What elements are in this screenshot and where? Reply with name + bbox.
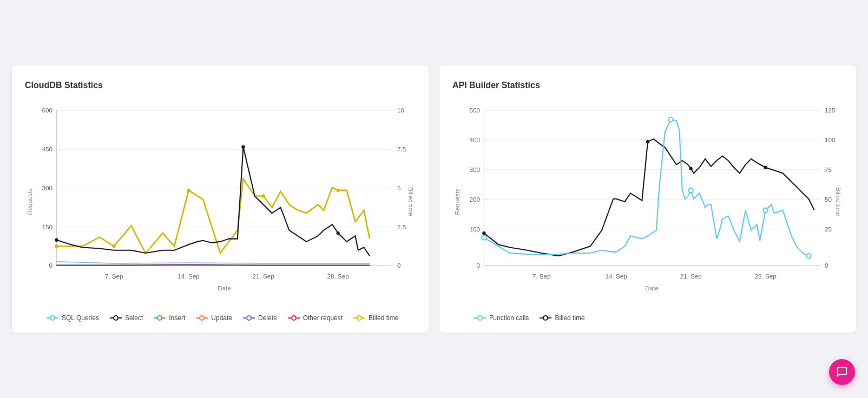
svg-text:Requests: Requests <box>453 188 461 215</box>
legend-select: Select <box>110 314 143 322</box>
svg-point-85 <box>543 316 548 320</box>
svg-text:25: 25 <box>825 225 832 233</box>
svg-text:50: 50 <box>825 196 832 203</box>
svg-text:0: 0 <box>476 262 480 269</box>
svg-point-31 <box>336 231 339 235</box>
svg-text:Date: Date <box>218 284 231 291</box>
svg-point-37 <box>157 316 162 320</box>
svg-text:28. Sep: 28. Sep <box>327 273 349 280</box>
apibuilder-legend: Function calls Billed time <box>452 314 843 322</box>
legend-delete-label: Delete <box>258 314 277 322</box>
svg-point-78 <box>668 117 673 122</box>
svg-text:400: 400 <box>470 136 481 143</box>
legend-insert-label: Insert <box>169 314 185 322</box>
svg-text:0: 0 <box>49 262 52 269</box>
apibuilder-title: API Builder Statistics <box>452 81 843 90</box>
svg-text:10: 10 <box>397 107 405 114</box>
svg-text:200: 200 <box>470 196 481 203</box>
svg-point-33 <box>50 316 55 320</box>
legend-function-calls-label: Function calls <box>489 314 529 322</box>
svg-point-76 <box>764 166 767 169</box>
svg-text:2.5: 2.5 <box>397 223 406 230</box>
legend-update-label: Update <box>211 314 232 322</box>
chat-icon <box>836 366 848 378</box>
svg-point-73 <box>482 231 485 235</box>
svg-text:450: 450 <box>42 145 53 152</box>
legend-sql-queries-label: SQL Queries <box>62 314 99 322</box>
svg-text:Date: Date <box>645 284 659 291</box>
legend-billed-time-api: Billed time <box>540 314 584 322</box>
apibuilder-card: API Builder Statistics 500 400 300 200 1… <box>439 65 856 333</box>
clouddb-title: CloudDB Statistics <box>25 81 416 90</box>
svg-text:Requests: Requests <box>26 188 33 215</box>
legend-function-calls: Function calls <box>474 314 529 322</box>
svg-text:300: 300 <box>470 166 481 173</box>
svg-text:0: 0 <box>397 262 401 269</box>
apibuilder-chart: 500 400 300 200 100 0 125 100 75 50 25 0… <box>452 99 843 304</box>
sql-queries-line <box>56 262 370 263</box>
svg-text:14. Sep: 14. Sep <box>606 273 627 280</box>
clouddb-chart-container: 600 450 300 150 0 10 7.5 5 2.5 0 Request… <box>25 99 416 307</box>
chat-button[interactable] <box>829 359 855 385</box>
legend-sql-queries: SQL Queries <box>47 314 99 322</box>
svg-text:21. Sep: 21. Sep <box>680 273 702 280</box>
svg-point-39 <box>200 316 204 320</box>
svg-text:Billed time: Billed time <box>835 187 842 216</box>
svg-point-41 <box>247 316 251 320</box>
svg-point-83 <box>478 316 482 320</box>
svg-point-24 <box>55 244 58 248</box>
svg-text:14. Sep: 14. Sep <box>178 273 200 280</box>
svg-text:5: 5 <box>397 184 400 191</box>
legend-other-request-label: Other request <box>303 314 343 322</box>
svg-point-45 <box>357 316 361 320</box>
legend-billed-time-api-label: Billed time <box>555 314 584 322</box>
svg-point-75 <box>689 167 692 170</box>
svg-point-27 <box>261 194 265 197</box>
legend-other-request: Other request <box>288 314 343 322</box>
legend-update: Update <box>196 314 232 322</box>
svg-point-30 <box>241 145 245 149</box>
svg-point-43 <box>292 316 296 320</box>
clouddb-card: CloudDB Statistics 600 450 300 150 0 10 … <box>12 65 429 333</box>
svg-text:7.5: 7.5 <box>397 145 406 152</box>
svg-text:28. Sep: 28. Sep <box>755 273 777 280</box>
svg-text:Billed time: Billed time <box>407 187 415 216</box>
svg-text:300: 300 <box>42 184 53 191</box>
svg-point-35 <box>114 316 118 320</box>
svg-text:21. Sep: 21. Sep <box>253 273 274 280</box>
svg-text:0: 0 <box>825 262 828 269</box>
clouddb-legend: SQL Queries Select Insert Update Delete … <box>25 314 416 322</box>
svg-point-29 <box>55 238 58 242</box>
clouddb-chart: 600 450 300 150 0 10 7.5 5 2.5 0 Request… <box>25 99 416 304</box>
svg-text:150: 150 <box>42 223 53 230</box>
legend-billed-time-clouddb-label: Billed time <box>369 314 398 322</box>
billed-time-line <box>56 179 370 253</box>
svg-text:600: 600 <box>42 107 53 114</box>
svg-point-74 <box>646 140 649 143</box>
legend-insert: Insert <box>154 314 185 322</box>
svg-text:100: 100 <box>825 136 836 143</box>
svg-point-25 <box>112 244 115 248</box>
svg-text:75: 75 <box>825 166 832 173</box>
svg-text:7. Sep: 7. Sep <box>532 273 551 280</box>
legend-select-label: Select <box>125 314 143 322</box>
svg-text:500: 500 <box>470 107 481 114</box>
legend-billed-time-clouddb: Billed time <box>353 314 398 322</box>
svg-point-80 <box>763 208 767 213</box>
svg-point-28 <box>336 189 339 192</box>
svg-text:7. Sep: 7. Sep <box>105 273 123 280</box>
svg-text:125: 125 <box>825 107 835 114</box>
svg-point-79 <box>688 188 693 193</box>
dashboard: CloudDB Statistics 600 450 300 150 0 10 … <box>12 65 856 333</box>
svg-point-77 <box>482 235 486 240</box>
svg-point-26 <box>187 189 190 192</box>
svg-point-81 <box>806 254 811 258</box>
apibuilder-chart-container: 500 400 300 200 100 0 125 100 75 50 25 0… <box>452 99 843 307</box>
svg-text:100: 100 <box>470 225 481 233</box>
apibuilder-billed-time-line <box>484 139 814 256</box>
legend-delete: Delete <box>243 314 277 322</box>
